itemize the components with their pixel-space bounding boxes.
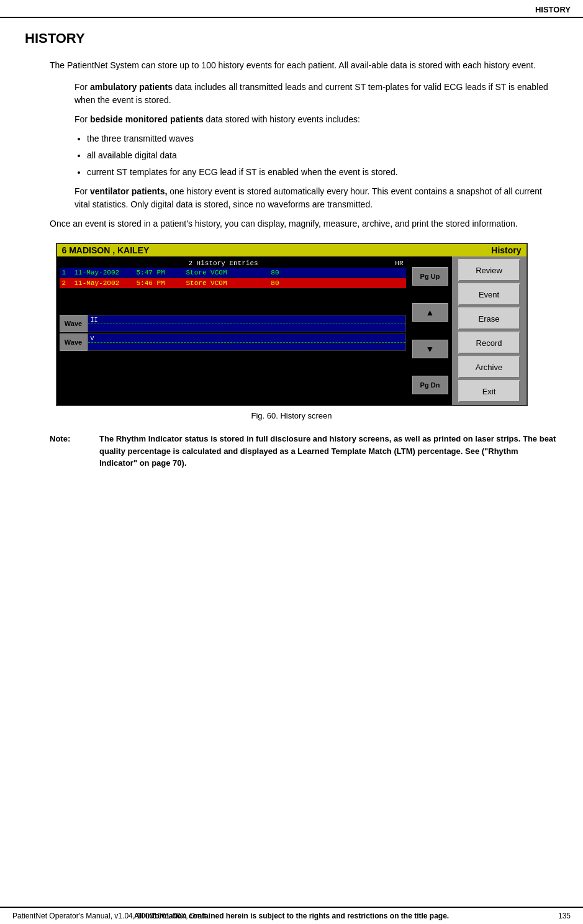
once-paragraph: Once an event is stored in a patient's h…	[50, 217, 558, 230]
wave-button-2[interactable]: Wave	[60, 333, 88, 351]
screen-left: 2 History Entries HR 1 11-May-2002 5:47 …	[57, 256, 409, 405]
review-button[interactable]: Review	[458, 259, 520, 281]
row2-hr: 80	[261, 279, 279, 287]
down-arrow-icon: ▼	[426, 344, 435, 354]
once-text: Once an event is stored in a patient's h…	[50, 219, 518, 229]
header-title: HISTORY	[535, 5, 571, 14]
row2-time: 5:46 PM	[137, 279, 186, 287]
ventilator-paragraph: For ventilator patients, one history eve…	[75, 185, 558, 211]
ambulatory-bold: ambulatory patients	[90, 82, 173, 92]
empty-row-2	[60, 301, 406, 312]
figure-caption: Fig. 60. History screen	[56, 411, 528, 420]
screen-container: 6 MADISON , KAILEY History 2 History Ent…	[56, 243, 528, 420]
note-text: The Rhythm Indicator status is stored in…	[99, 433, 558, 469]
wave-label-1: II	[91, 317, 98, 324]
screen-body: 2 History Entries HR 1 11-May-2002 5:47 …	[57, 256, 527, 405]
row1-num: 1	[62, 269, 75, 276]
wave-line-1	[88, 324, 405, 324]
bedside-trail: data stored with history events includes…	[204, 114, 360, 124]
history-entries-label: 2 History Entries	[62, 260, 385, 267]
bedside-lead: For	[75, 114, 90, 124]
screen-nav: Pg Up ▲ ▼ Pg Dn	[409, 256, 452, 405]
list-item: all available digital data	[87, 149, 558, 162]
list-item: the three transmitted waves	[87, 132, 558, 145]
patient-name: 6 MADISON , KAILEY	[62, 245, 150, 255]
wave-label-2: V	[91, 335, 94, 342]
pgdn-button[interactable]: Pg Dn	[412, 376, 448, 394]
wave-line-2	[88, 342, 405, 343]
main-content: HISTORY The PatientNet System can store …	[0, 18, 583, 494]
footer-disclaimer: All information contained herein is subj…	[0, 912, 583, 924]
history-row-2[interactable]: 2 11-May-2002 5:46 PM Store VCOM 80	[60, 278, 406, 288]
history-row-1[interactable]: 1 11-May-2002 5:47 PM Store VCOM 80	[60, 268, 406, 278]
row2-num: 2	[62, 279, 75, 287]
row1-type: Store VCOM	[186, 269, 261, 276]
history-hr-label: HR	[385, 260, 404, 267]
wave-display-2: V	[88, 333, 406, 351]
row1-time: 5:47 PM	[137, 269, 186, 276]
screen-title-label: History	[491, 245, 521, 255]
page-header: HISTORY	[0, 0, 583, 18]
wave-display-1: II	[88, 315, 406, 332]
up-arrow-icon: ▲	[426, 307, 435, 317]
note-section: Note: The Rhythm Indicator status is sto…	[50, 433, 558, 469]
wave-row-2: Wave V	[60, 333, 406, 351]
chapter-title: HISTORY	[25, 30, 558, 47]
down-arrow-button[interactable]: ▼	[412, 340, 448, 358]
ambulatory-lead: For	[75, 82, 90, 92]
wave-row-1: Wave II	[60, 315, 406, 332]
event-button[interactable]: Event	[458, 283, 520, 306]
up-arrow-button[interactable]: ▲	[412, 303, 448, 322]
history-screen: 6 MADISON , KAILEY History 2 History Ent…	[56, 243, 528, 406]
caption-text: Fig. 60. History screen	[251, 411, 332, 420]
pgup-button[interactable]: Pg Up	[412, 267, 448, 286]
row2-type: Store VCOM	[186, 279, 261, 287]
ventilator-bold: ventilator patients,	[90, 186, 167, 196]
exit-button[interactable]: Exit	[458, 380, 520, 402]
wave-button-1[interactable]: Wave	[60, 315, 88, 332]
bedside-bold: bedside monitored patients	[90, 114, 204, 124]
list-item: current ST templates for any ECG lead if…	[87, 166, 558, 179]
history-table-header: 2 History Entries HR	[60, 259, 406, 268]
row1-hr: 80	[261, 269, 279, 276]
ambulatory-paragraph: For ambulatory patients data includes al…	[75, 81, 558, 107]
intro-text: The PatientNet System can store up to 10…	[50, 60, 536, 70]
archive-button[interactable]: Archive	[458, 356, 520, 378]
empty-row-1	[60, 289, 406, 300]
erase-button[interactable]: Erase	[458, 307, 520, 330]
screen-topbar: 6 MADISON , KAILEY History	[57, 244, 527, 256]
note-label: Note:	[50, 433, 87, 469]
wave-area: Wave II Wave V	[60, 315, 406, 351]
ventilator-lead: For	[75, 186, 90, 196]
intro-paragraph: The PatientNet System can store up to 10…	[50, 59, 558, 72]
bedside-paragraph: For bedside monitored patients data stor…	[75, 113, 558, 126]
row1-date: 11-May-2002	[75, 269, 137, 276]
screen-right-buttons: Review Event Erase Record Archive Exit	[452, 256, 527, 405]
record-button[interactable]: Record	[458, 332, 520, 354]
row2-date: 11-May-2002	[75, 279, 137, 287]
bullet-list: the three transmitted waves all availabl…	[87, 132, 558, 179]
